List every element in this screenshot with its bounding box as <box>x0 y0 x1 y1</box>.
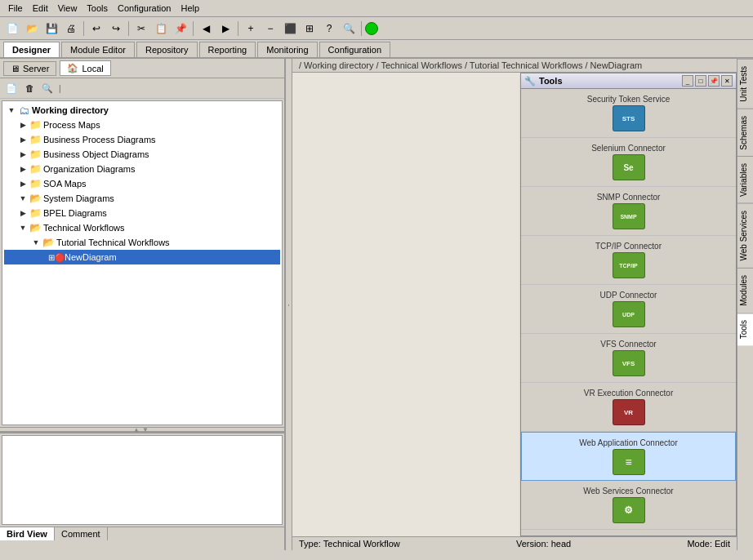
tree-item-org-diagrams[interactable]: ▶ 📁 Organization Diagrams <box>4 162 280 176</box>
tab-module-editor[interactable]: Module Editor <box>61 42 135 57</box>
right-tab-variables[interactable]: Variables <box>737 156 753 203</box>
tool-item-web-application-connector[interactable]: Web Application Connector ≡ <box>521 432 736 481</box>
delete-item-button[interactable]: 🗑 <box>21 80 38 96</box>
search-tree-button[interactable]: 🔍 <box>39 80 56 96</box>
tab-monitoring[interactable]: Monitoring <box>257 42 317 57</box>
folder-icon-working: 🗂 <box>17 104 30 117</box>
tree-item-bpel[interactable]: ▶ 📁 BPEL Diagrams <box>4 206 280 220</box>
right-tab-tools[interactable]: Tools <box>737 313 753 345</box>
menu-tools[interactable]: Tools <box>82 2 113 15</box>
expand-bpel[interactable]: ▶ <box>17 207 29 219</box>
tab-designer[interactable]: Designer <box>3 42 60 57</box>
expand-tutorial[interactable]: ▼ <box>30 237 42 248</box>
folder-icon-bpel: 📁 <box>29 207 42 220</box>
tool-item-udp-connector[interactable]: UDP Connector UDP <box>521 285 736 334</box>
tools-minimize-button[interactable]: _ <box>682 75 693 87</box>
save-button[interactable]: 💾 <box>42 20 60 38</box>
folder-icon-system: 📂 <box>29 192 42 205</box>
folder-icon-technical: 📂 <box>29 221 42 234</box>
paste-button[interactable]: 📌 <box>172 20 189 38</box>
tree-view[interactable]: ▼ 🗂 Working directory ▶ 📁 Process Maps <box>2 100 283 425</box>
tools-title-icon: 🔧 <box>524 76 536 87</box>
expand-system[interactable]: ▼ <box>17 193 29 204</box>
forward-button[interactable]: ▶ <box>216 20 234 38</box>
local-icon: 🏠 <box>67 63 78 73</box>
tree-item-technical-workflows[interactable]: ▼ 📂 Technical Workflows <box>4 220 280 235</box>
menu-edit[interactable]: Edit <box>28 2 53 15</box>
bottom-tabs: Bird View Comment <box>0 527 284 540</box>
new-item-button[interactable]: 📄 <box>3 80 20 96</box>
open-button[interactable]: 📂 <box>23 20 41 38</box>
server-icon: 🖥 <box>11 64 20 73</box>
tree-item-system-diagrams[interactable]: ▼ 📂 System Diagrams <box>4 191 280 206</box>
tool-item-web-services-connector[interactable]: Web Services Connector ⚙ <box>521 481 736 530</box>
tree-item-business-object[interactable]: ▶ 📁 Business Object Diagrams <box>4 147 280 162</box>
tools-panel-header: 🔧 Tools _ □ 📌 ✕ <box>521 73 736 89</box>
new-button[interactable]: 📄 <box>3 20 21 38</box>
expand-org[interactable]: ▶ <box>17 163 29 175</box>
panel-resize-handle[interactable]: · · · · <box>286 59 292 550</box>
tree-item-business-process[interactable]: ▶ 📁 Business Process Diagrams <box>4 132 280 147</box>
menu-configuration[interactable]: Configuration <box>113 2 176 15</box>
expand-working-directory[interactable]: ▼ <box>6 104 17 116</box>
expand-technical[interactable]: ▼ <box>17 222 29 233</box>
folder-icon-process: 📁 <box>29 118 42 131</box>
copy-button[interactable]: 📋 <box>152 20 170 38</box>
tool-name: TCP/IP Connector <box>595 242 662 251</box>
tool-item-vr-execution-connector[interactable]: VR Execution Connector VR <box>521 383 736 432</box>
tool-item-webdav-connector[interactable]: WebDAV Connector 📁 <box>521 530 736 536</box>
right-tab-unit-tests[interactable]: Unit Tests <box>737 59 753 109</box>
tool-item-tcp/ip-connector[interactable]: TCP/IP Connector TCP/IP <box>521 236 736 285</box>
tools-list[interactable]: Security Token Service STS Selenium Conn… <box>521 89 736 536</box>
expand-business-process[interactable]: ▶ <box>17 134 29 145</box>
tools-controls: _ □ 📌 ✕ <box>682 75 733 87</box>
tabbar: Designer Module Editor Repository Report… <box>0 40 753 59</box>
tools-restore-button[interactable]: □ <box>695 75 706 87</box>
system-diagrams-label: System Diagrams <box>43 193 114 203</box>
tool-item-snmp-connector[interactable]: SNMP Connector SNMP <box>521 187 736 236</box>
tools-close-button[interactable]: ✕ <box>721 75 733 87</box>
tool-name: VFS Connector <box>600 340 656 349</box>
expand-process-maps[interactable]: ▶ <box>17 119 29 131</box>
fit-button[interactable]: ⬛ <box>281 20 299 38</box>
redo-button[interactable]: ↪ <box>107 20 125 38</box>
org-diagrams-label: Organization Diagrams <box>43 164 136 174</box>
right-sidebar: Unit Tests Schemas Variables Web Service… <box>737 59 753 550</box>
tab-configuration[interactable]: Configuration <box>319 42 390 57</box>
tool-item-security-token-service[interactable]: Security Token Service STS <box>521 89 736 138</box>
right-tab-web-services[interactable]: Web Services <box>737 203 753 268</box>
comment-tab[interactable]: Comment <box>55 527 108 540</box>
tree-item-newdiagram[interactable]: ⊞🔴 NewDiagram <box>4 250 280 264</box>
bird-view-tab[interactable]: Bird View <box>0 527 55 540</box>
tab-reporting[interactable]: Reporting <box>199 42 256 57</box>
server-tab[interactable]: 🖥 Server <box>3 61 56 76</box>
expand-soa[interactable]: ▶ <box>17 178 29 189</box>
tab-repository[interactable]: Repository <box>136 42 198 57</box>
tool-item-selenium-connector[interactable]: Selenium Connector Se <box>521 138 736 187</box>
menu-file[interactable]: File <box>3 2 28 15</box>
local-tab[interactable]: 🏠 Local <box>60 60 110 76</box>
right-tab-modules[interactable]: Modules <box>737 268 753 313</box>
sep3 <box>193 21 194 36</box>
zoom-in-button[interactable]: + <box>242 20 260 38</box>
menu-view[interactable]: View <box>53 2 82 15</box>
print-button[interactable]: 🖨 <box>62 20 80 38</box>
tree-item-working-directory[interactable]: ▼ 🗂 Working directory <box>4 103 280 118</box>
search-button[interactable]: 🔍 <box>340 20 358 38</box>
expand-business-object[interactable]: ▶ <box>17 149 29 160</box>
menu-help[interactable]: Help <box>176 2 204 15</box>
tree-item-soa-maps[interactable]: ▶ 📁 SOA Maps <box>4 176 280 191</box>
canvas-area[interactable]: 🔧 Tools _ □ 📌 ✕ Security Token Service S… <box>292 73 737 536</box>
tree-item-tutorial[interactable]: ▼ 📂 Tutorial Technical Workflows <box>4 235 280 250</box>
help-btn[interactable]: ? <box>320 20 338 38</box>
tool-item-vfs-connector[interactable]: VFS Connector VFS <box>521 334 736 383</box>
tree-item-process-maps[interactable]: ▶ 📁 Process Maps <box>4 118 280 132</box>
right-tab-schemas[interactable]: Schemas <box>737 109 753 157</box>
cut-button[interactable]: ✂ <box>132 20 150 38</box>
tools-pin-button[interactable]: 📌 <box>708 75 720 87</box>
grid-button[interactable]: ⊞ <box>301 20 319 38</box>
undo-button[interactable]: ↩ <box>87 20 105 38</box>
tool-icon: ≡ <box>613 449 645 475</box>
back-button[interactable]: ◀ <box>197 20 215 38</box>
zoom-out-button[interactable]: − <box>261 20 279 38</box>
